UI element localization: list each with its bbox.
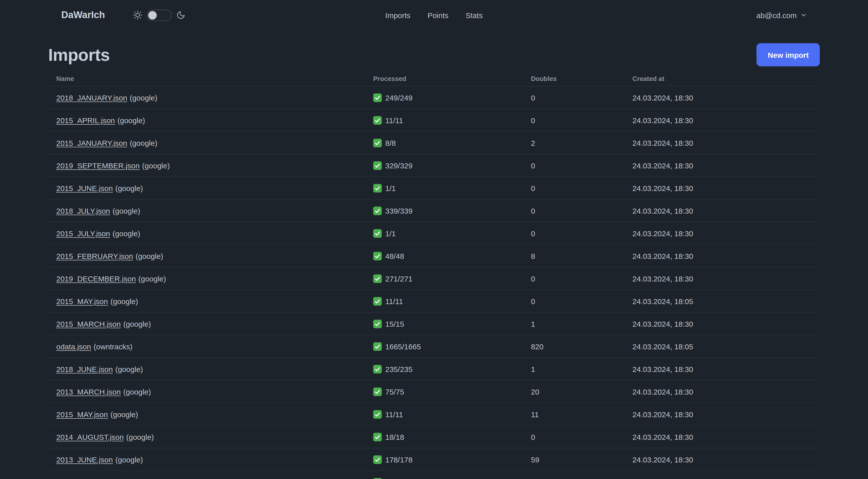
table-row: 2015_JANUARY.json(google) 8/8 2 24.03.20… xyxy=(48,132,820,154)
success-check-icon xyxy=(373,387,382,396)
import-file-link[interactable]: 2018_JUNE.json xyxy=(56,365,113,373)
import-created-at-cell: 24.03.2024, 18:30 xyxy=(624,320,820,328)
import-file-link[interactable]: 2015_JUNE.json xyxy=(56,184,113,192)
import-processed-cell: 18/18 xyxy=(365,432,523,441)
import-doubles-cell: 0 xyxy=(523,297,624,305)
success-check-icon xyxy=(373,274,382,283)
import-doubles-cell: 1 xyxy=(523,320,624,328)
import-file-link[interactable]: 2015_JANUARY.json xyxy=(56,139,127,147)
import-source: (google) xyxy=(126,432,154,441)
import-file-link[interactable]: 2015_APRIL.json xyxy=(56,116,115,124)
import-name-cell: 2018_JUNE.json(google) xyxy=(48,365,365,373)
import-file-link[interactable]: 2015_MAY.json xyxy=(56,297,108,305)
nav-link-points[interactable]: Points xyxy=(428,11,448,19)
import-name-cell: odata.json(owntracks) xyxy=(48,342,365,351)
processed-count: 249/249 xyxy=(385,93,412,102)
table-row: 2015_MAY.json(google) 11/11 11 24.03.202… xyxy=(48,403,820,426)
nav-link-imports[interactable]: Imports xyxy=(385,11,410,19)
import-file-link[interactable]: 2015_MAY.json xyxy=(56,410,108,418)
processed-count: 271/271 xyxy=(385,274,412,283)
import-processed-cell: 329/329 xyxy=(365,161,523,170)
theme-toggle-group xyxy=(133,9,185,21)
table-row xyxy=(48,471,820,479)
theme-toggle[interactable] xyxy=(147,9,172,21)
import-name-cell: 2015_JUNE.json(google) xyxy=(48,184,365,192)
import-file-link[interactable]: 2019_SEPTEMBER.json xyxy=(56,161,140,170)
table-row: 2015_APRIL.json(google) 11/11 0 24.03.20… xyxy=(48,109,820,132)
table-row: 2013_JUNE.json(google) 178/178 59 24.03.… xyxy=(48,448,820,471)
table-row: 2018_JANUARY.json(google) 249/249 0 24.0… xyxy=(48,86,820,109)
import-name-cell: 2018_JANUARY.json(google) xyxy=(48,93,365,102)
import-name-cell: 2015_JANUARY.json(google) xyxy=(48,139,365,147)
import-name-cell: 2014_AUGUST.json(google) xyxy=(48,432,365,441)
import-name-cell: 2018_JULY.json(google) xyxy=(48,206,365,215)
import-doubles-cell: 0 xyxy=(523,93,624,102)
column-header-name: Name xyxy=(48,75,365,83)
processed-count: 48/48 xyxy=(385,251,404,260)
import-file-link[interactable]: 2018_JULY.json xyxy=(56,206,110,215)
import-created-at-cell: 24.03.2024, 18:30 xyxy=(624,206,820,215)
table-row: odata.json(owntracks) 1665/1665 820 24.0… xyxy=(48,335,820,358)
import-created-at-cell: 24.03.2024, 18:30 xyxy=(624,455,820,464)
processed-count: 75/75 xyxy=(385,387,404,396)
table-row: 2015_MAY.json(google) 11/11 0 24.03.2024… xyxy=(48,290,820,312)
sun-icon xyxy=(133,10,142,20)
processed-count: 339/339 xyxy=(385,206,412,215)
import-file-link[interactable]: 2015_MARCH.json xyxy=(56,320,121,328)
import-processed-cell: 8/8 xyxy=(365,139,523,147)
processed-count: 11/11 xyxy=(385,297,403,305)
import-doubles-cell: 11 xyxy=(523,410,624,418)
import-processed-cell: 235/235 xyxy=(365,365,523,373)
import-doubles-cell: 0 xyxy=(523,432,624,441)
import-file-link[interactable]: odata.json xyxy=(56,342,91,351)
import-file-link[interactable]: 2018_JANUARY.json xyxy=(56,93,127,102)
import-processed-cell: 11/11 xyxy=(365,410,523,418)
navbar: DaWarIch xyxy=(0,0,868,30)
import-processed-cell: 178/178 xyxy=(365,455,523,464)
import-processed-cell: 271/271 xyxy=(365,274,523,283)
success-check-icon xyxy=(373,342,382,351)
import-file-link[interactable]: 2013_JUNE.json xyxy=(56,455,113,464)
import-source: (google) xyxy=(115,365,143,373)
table-row: 2019_DECEMBER.json(google) 271/271 0 24.… xyxy=(48,267,820,290)
app-logo[interactable]: DaWarIch xyxy=(61,9,105,21)
success-check-icon xyxy=(373,184,382,192)
processed-count: 11/11 xyxy=(385,116,403,124)
success-check-icon xyxy=(373,455,382,464)
processed-count: 11/11 xyxy=(385,410,403,418)
main-nav: Imports Points Stats xyxy=(385,0,483,30)
success-check-icon xyxy=(373,365,382,373)
page-title: Imports xyxy=(48,45,110,65)
processed-count: 8/8 xyxy=(385,139,396,147)
new-import-button[interactable]: New import xyxy=(757,43,820,66)
import-processed-cell xyxy=(365,478,523,479)
import-created-at-cell: 24.03.2024, 18:30 xyxy=(624,161,820,170)
chevron-down-icon xyxy=(800,11,807,19)
import-file-link[interactable]: 2015_FEBRUARY.json xyxy=(56,251,133,260)
import-doubles-cell: 8 xyxy=(523,251,624,260)
import-file-link[interactable]: 2014_AUGUST.json xyxy=(56,432,124,441)
nav-link-stats[interactable]: Stats xyxy=(466,11,483,19)
table-body: 2018_JANUARY.json(google) 249/249 0 24.0… xyxy=(48,86,820,479)
import-created-at-cell: 24.03.2024, 18:30 xyxy=(624,229,820,238)
import-processed-cell: 75/75 xyxy=(365,387,523,396)
table-row: 2015_JUNE.json(google) 1/1 0 24.03.2024,… xyxy=(48,177,820,200)
import-file-link[interactable]: 2015_JULY.json xyxy=(56,229,110,238)
import-processed-cell: 339/339 xyxy=(365,206,523,215)
import-name-cell: 2013_JUNE.json(google) xyxy=(48,455,365,464)
processed-count: 1/1 xyxy=(385,184,396,192)
theme-toggle-knob xyxy=(148,11,157,19)
table-row: 2019_SEPTEMBER.json(google) 329/329 0 24… xyxy=(48,154,820,177)
import-processed-cell: 1665/1665 xyxy=(365,342,523,351)
processed-count: 1665/1665 xyxy=(385,342,421,351)
moon-icon xyxy=(176,10,185,20)
import-file-link[interactable]: 2019_DECEMBER.json xyxy=(56,274,136,283)
import-name-cell: 2013_MARCH.json(google) xyxy=(48,387,365,396)
import-source: (google) xyxy=(142,161,170,170)
import-file-link[interactable]: 2013_MARCH.json xyxy=(56,387,121,396)
user-menu[interactable]: ab@cd.com xyxy=(756,11,807,19)
import-created-at-cell: 24.03.2024, 18:30 xyxy=(624,139,820,147)
success-check-icon xyxy=(373,297,382,305)
page-header: Imports New import xyxy=(48,43,820,66)
import-source: (google) xyxy=(138,274,166,283)
